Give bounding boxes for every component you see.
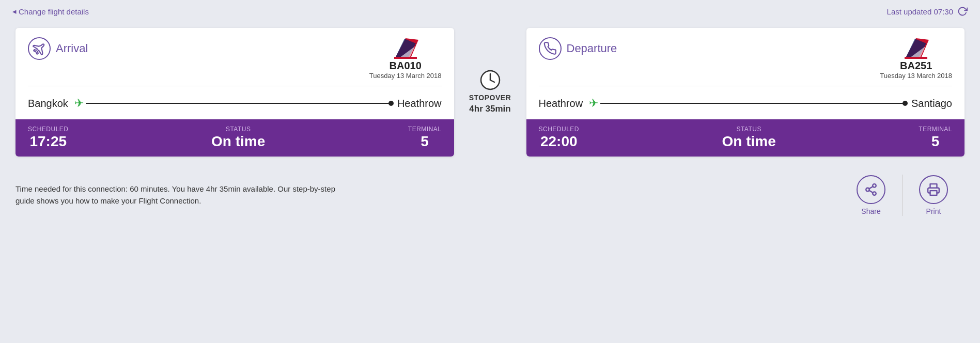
departure-route-line bbox=[600, 103, 905, 104]
departure-terminal: TERMINAL 5 bbox=[919, 126, 952, 150]
arrival-scheduled-time: 17:25 bbox=[29, 133, 67, 150]
departure-destination: Santiago bbox=[911, 98, 952, 110]
stopover-label: STOPOVER bbox=[469, 93, 511, 102]
departure-status-label: STATUS bbox=[736, 126, 761, 133]
print-icon bbox=[919, 175, 948, 204]
departure-terminal-value: 5 bbox=[931, 133, 940, 150]
departure-plane-icon: ✈ bbox=[589, 97, 598, 110]
ba-tail-departure bbox=[900, 37, 931, 60]
departure-flight-number-block: BA251 Tuesday 13 March 2018 bbox=[880, 37, 952, 80]
departure-route-dot bbox=[903, 101, 908, 106]
arrival-route: Bangkok ✈ Heathrow bbox=[15, 86, 454, 119]
print-button[interactable]: Print bbox=[903, 171, 965, 220]
arrival-route-arrow: ✈ bbox=[74, 97, 391, 110]
stopover-block: STOPOVER 4hr 35min bbox=[454, 28, 526, 157]
departure-card: Departure BA251 Tuesday 13 March 2018 He… bbox=[526, 28, 965, 157]
arrival-route-dot bbox=[388, 101, 394, 106]
chevron-left-icon: ◂ bbox=[12, 7, 17, 16]
connection-info-text: Time needed for this connection: 60 minu… bbox=[15, 183, 336, 207]
svg-line-15 bbox=[869, 186, 873, 189]
departure-flight-number: BA251 bbox=[900, 60, 932, 72]
arrival-footer: SCHEDULED 17:25 STATUS On time TERMINAL … bbox=[15, 119, 454, 157]
arrival-flight-type: Arrival bbox=[28, 37, 88, 60]
print-label: Print bbox=[926, 207, 941, 215]
share-icon bbox=[857, 175, 885, 204]
arrival-origin: Bangkok bbox=[28, 98, 68, 110]
refresh-icon[interactable] bbox=[957, 6, 968, 17]
departure-scheduled-time: 22:00 bbox=[540, 133, 578, 150]
svg-rect-16 bbox=[930, 191, 937, 195]
arrival-scheduled: SCHEDULED 17:25 bbox=[28, 126, 69, 150]
departure-date: Tuesday 13 March 2018 bbox=[880, 72, 952, 80]
departure-route: Heathrow ✈ Santiago bbox=[526, 86, 965, 119]
arrival-terminal: TERMINAL 5 bbox=[408, 126, 442, 150]
svg-line-14 bbox=[869, 190, 873, 192]
action-buttons: Share Print bbox=[840, 171, 965, 220]
arrival-flight-number: BA010 bbox=[390, 60, 422, 72]
arrival-card: Arrival BA010 Tuesday 13 March 2018 Bang… bbox=[15, 28, 454, 157]
departure-terminal-label: TERMINAL bbox=[919, 126, 952, 133]
arrival-scheduled-label: SCHEDULED bbox=[28, 126, 69, 133]
arrival-terminal-value: 5 bbox=[421, 133, 429, 150]
change-flight-link[interactable]: ◂ Change flight details bbox=[12, 7, 89, 16]
bottom-bar: Time needed for this connection: 60 minu… bbox=[0, 162, 980, 229]
departure-card-top: Departure BA251 Tuesday 13 March 2018 bbox=[526, 28, 965, 86]
arrival-icon bbox=[28, 37, 51, 60]
departure-footer: SCHEDULED 22:00 STATUS On time TERMINAL … bbox=[526, 119, 965, 157]
departure-status-value: On time bbox=[722, 133, 776, 150]
last-updated: Last updated 07:30 bbox=[887, 6, 968, 17]
departure-scheduled: SCHEDULED 22:00 bbox=[539, 126, 580, 150]
arrival-terminal-label: TERMINAL bbox=[408, 126, 442, 133]
arrival-status-label: STATUS bbox=[226, 126, 251, 133]
departure-icon bbox=[539, 37, 562, 60]
arrival-plane-icon: ✈ bbox=[74, 97, 84, 110]
departure-label: Departure bbox=[567, 42, 617, 55]
svg-rect-10 bbox=[905, 57, 927, 59]
arrival-label: Arrival bbox=[56, 42, 88, 55]
svg-rect-3 bbox=[394, 57, 417, 59]
last-updated-text: Last updated 07:30 bbox=[887, 7, 953, 16]
main-content: Arrival BA010 Tuesday 13 March 2018 Bang… bbox=[0, 23, 980, 162]
clock-icon bbox=[480, 70, 501, 90]
arrival-status: STATUS On time bbox=[211, 126, 265, 150]
stopover-duration: 4hr 35min bbox=[469, 104, 510, 114]
ba-tail-arrival bbox=[390, 37, 421, 60]
departure-flight-type: Departure bbox=[539, 37, 617, 60]
arrival-flight-number-block: BA010 Tuesday 13 March 2018 bbox=[369, 37, 442, 80]
share-label: Share bbox=[861, 207, 880, 215]
arrival-date: Tuesday 13 March 2018 bbox=[369, 72, 442, 80]
arrival-status-value: On time bbox=[211, 133, 265, 150]
arrival-card-top: Arrival BA010 Tuesday 13 March 2018 bbox=[15, 28, 454, 86]
departure-origin: Heathrow bbox=[539, 98, 583, 110]
departure-status: STATUS On time bbox=[722, 126, 776, 150]
departure-route-arrow: ✈ bbox=[589, 97, 905, 110]
top-bar: ◂ Change flight details Last updated 07:… bbox=[0, 0, 980, 23]
share-button[interactable]: Share bbox=[840, 171, 902, 220]
arrival-destination: Heathrow bbox=[397, 98, 442, 110]
departure-scheduled-label: SCHEDULED bbox=[539, 126, 580, 133]
arrival-route-line bbox=[86, 103, 391, 104]
change-flight-label: Change flight details bbox=[19, 7, 89, 16]
